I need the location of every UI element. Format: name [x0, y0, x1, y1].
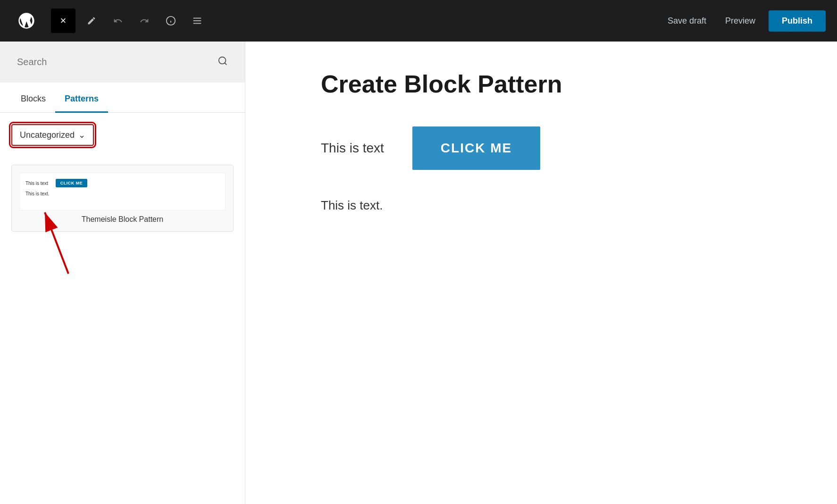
- svg-line-7: [225, 63, 226, 65]
- pattern-preview: This is text CLICK ME This is text.: [19, 173, 226, 210]
- pattern-grid: This is text CLICK ME This is text. Them…: [0, 157, 245, 504]
- pattern-name: Themeisle Block Pattern: [19, 215, 226, 224]
- preview-click-btn: CLICK ME: [56, 179, 88, 187]
- svg-rect-3: [193, 18, 201, 19]
- canvas-area: Create Block Pattern This is text CLICK …: [245, 42, 837, 504]
- search-input[interactable]: [17, 57, 214, 67]
- search-icon: [218, 56, 228, 68]
- info-button[interactable]: [160, 10, 181, 31]
- list-view-button[interactable]: [187, 10, 208, 31]
- preview-text-2: This is text.: [25, 191, 50, 196]
- search-container: [0, 42, 245, 83]
- chevron-down-icon: ⌄: [78, 130, 85, 140]
- toolbar-actions: Save draft Preview Publish: [662, 10, 826, 32]
- main-layout: Blocks Patterns Uncategorized ⌄ This is …: [0, 42, 837, 504]
- dropdown-container: Uncategorized ⌄: [0, 113, 245, 157]
- text-block-1: This is text: [321, 141, 384, 156]
- tabs-container: Blocks Patterns: [0, 86, 245, 113]
- close-button[interactable]: ×: [51, 8, 75, 33]
- tab-blocks[interactable]: Blocks: [11, 86, 55, 113]
- search-box: [11, 51, 234, 73]
- tab-patterns[interactable]: Patterns: [55, 86, 108, 113]
- svg-rect-5: [193, 23, 201, 24]
- pattern-card[interactable]: This is text CLICK ME This is text. Them…: [11, 165, 234, 232]
- preview-button[interactable]: Preview: [720, 12, 761, 30]
- pen-icon-button[interactable]: [81, 10, 102, 31]
- toolbar: × Save draft Preview Publish: [0, 0, 837, 42]
- publish-button[interactable]: Publish: [769, 10, 826, 32]
- sidebar: Blocks Patterns Uncategorized ⌄ This is …: [0, 42, 245, 504]
- svg-point-6: [219, 57, 226, 64]
- svg-rect-4: [193, 20, 201, 21]
- dropdown-label: Uncategorized: [20, 130, 75, 140]
- annotation-arrow: [35, 203, 92, 278]
- page-title: Create Block Pattern: [321, 70, 562, 98]
- preview-row-2: This is text.: [25, 191, 219, 196]
- redo-button[interactable]: [134, 10, 155, 31]
- click-me-button[interactable]: CLICK ME: [412, 126, 540, 170]
- save-draft-button[interactable]: Save draft: [662, 12, 712, 30]
- content-block-row: This is text CLICK ME: [321, 126, 540, 170]
- text-block-2: This is text.: [321, 198, 383, 213]
- undo-button[interactable]: [108, 10, 128, 31]
- preview-row-1: This is text CLICK ME: [25, 179, 219, 187]
- category-dropdown[interactable]: Uncategorized ⌄: [11, 124, 94, 146]
- wp-logo: [11, 6, 42, 36]
- preview-text-1: This is text: [25, 181, 48, 186]
